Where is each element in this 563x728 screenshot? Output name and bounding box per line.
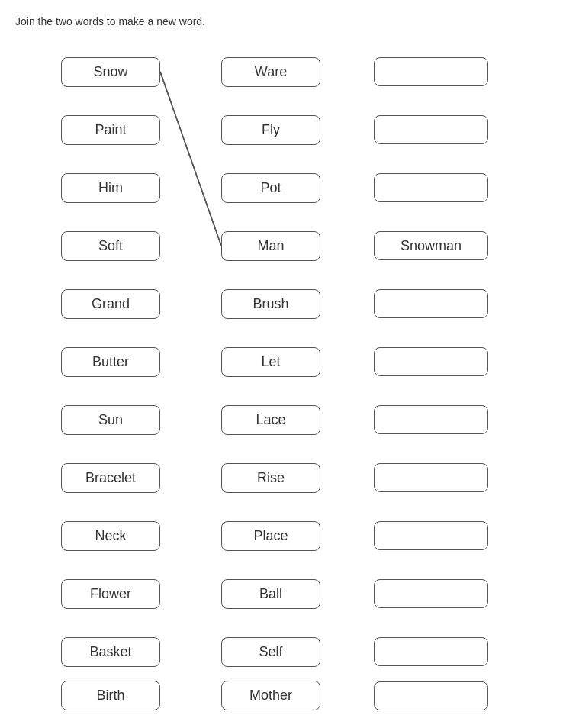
word-grid: SnowWarePaintFlyHimPotSoftManSnowmanGran… [15, 43, 548, 710]
svg-line-1 [160, 72, 221, 246]
connector-line [15, 43, 548, 710]
instruction-text: Join the two words to make a new word. [15, 15, 548, 27]
